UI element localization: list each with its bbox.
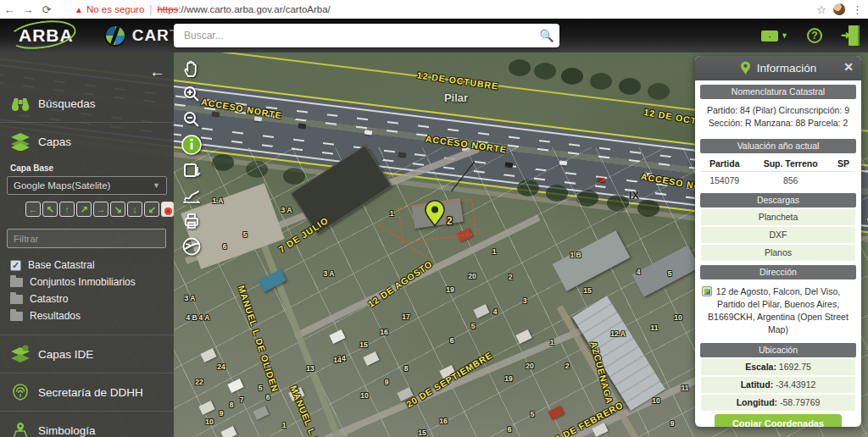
parcel-label: 1 xyxy=(390,209,394,218)
checkbox-checked-icon[interactable]: ✓ xyxy=(10,260,21,271)
security-warning-text[interactable]: No es seguro xyxy=(86,4,144,14)
basemap-dropdown[interactable]: Google Maps(Satelite) ▼ xyxy=(7,176,167,195)
address-bar-url[interactable]: ://www.carto.arba.gov.ar/cartoArba/ xyxy=(178,4,330,14)
nomenclatura-line2: Sección: R Manzana: 88 Parcela: 2 xyxy=(702,117,854,130)
layer-conjuntos-inmobiliarios[interactable]: Conjuntos Inmobiliarios xyxy=(0,274,174,290)
pan-down-button[interactable]: ↓ xyxy=(127,202,142,217)
map-toolbar xyxy=(180,58,205,257)
pan-up-right-button[interactable]: ↗ xyxy=(76,202,92,217)
location-pin-icon[interactable] xyxy=(424,200,446,227)
pan-up-button[interactable]: ↑ xyxy=(59,202,75,217)
pan-left-button[interactable]: ← xyxy=(25,202,41,217)
search-bar: 🔍 xyxy=(174,24,559,47)
measure-tool[interactable] xyxy=(180,185,203,207)
help-button[interactable]: ? xyxy=(807,28,822,43)
valuacion-table: Partida Sup. Terreno SP 154079 856 xyxy=(700,155,854,189)
browser-reload-button[interactable]: ⟳ xyxy=(37,3,56,16)
parcel-label: 3 A xyxy=(281,206,292,214)
sidebar-item-busquedas[interactable]: Búsquedas xyxy=(0,85,174,122)
download-dxf[interactable]: DXF xyxy=(701,227,855,243)
logout-button[interactable]: ➜ xyxy=(841,25,860,46)
sidebar-item-simbologia[interactable]: Simbología xyxy=(0,411,174,437)
layer-resultados[interactable]: Resultados xyxy=(0,307,174,324)
binoculars-icon xyxy=(10,94,31,113)
browser-back-button[interactable]: ← xyxy=(0,3,19,16)
google-earth-tool[interactable] xyxy=(180,235,203,257)
parcel-label: 1 xyxy=(550,338,554,346)
parcel-label: 8 xyxy=(404,364,409,373)
ubicacion-latitud: Latitud: -34.43912 xyxy=(701,377,855,393)
location-pin-icon xyxy=(740,61,751,75)
search-icon[interactable]: 🔍 xyxy=(534,29,559,42)
parcel-label: 5 xyxy=(243,230,248,239)
ubicacion-escala: Escala: 1692.75 xyxy=(701,359,855,375)
browser-menu-icon[interactable]: ⋮ xyxy=(852,3,863,16)
pan-right-button[interactable]: → xyxy=(93,202,108,217)
bookmark-star-icon[interactable]: ☆ xyxy=(816,3,826,16)
parcel-label: 8 xyxy=(230,401,234,409)
browser-bar: ← → ⟳ ▲ No es seguro | https ://www.cart… xyxy=(0,0,868,19)
app-header: ARBA CARTO 🔍 ▼ ? ➜ xyxy=(0,19,868,53)
browser-profile-avatar[interactable] xyxy=(833,3,845,15)
parcel-label: 4 xyxy=(637,268,641,276)
parcel-label: 22 xyxy=(195,378,203,386)
zoom-in-tool[interactable] xyxy=(180,83,203,105)
zoom-out-tool[interactable] xyxy=(180,108,203,130)
parcel-label: 24 xyxy=(217,362,225,371)
sidebar-item-capas[interactable]: Capas xyxy=(0,122,174,160)
extent-select-tool[interactable] xyxy=(180,159,203,181)
parcel-label: 9 xyxy=(670,419,675,428)
download-plancheta[interactable]: Plancheta xyxy=(701,209,855,225)
pan-down-right-button[interactable]: ↘ xyxy=(110,202,125,217)
sidebar-item-secretaria-ddhh[interactable]: Secretaría de DDHH xyxy=(0,373,174,411)
sidebar-item-capas-ide[interactable]: Capas IDE xyxy=(0,335,174,373)
print-tool[interactable] xyxy=(180,210,203,232)
parcel-label: 5 xyxy=(259,384,263,392)
parcel-label: 20 xyxy=(468,272,476,280)
valuacion-sp-value xyxy=(832,172,854,190)
pan-reset-button[interactable] xyxy=(161,202,174,217)
sidebar: ← Búsquedas Capas Capa Base Google Maps(… xyxy=(0,53,174,437)
search-input[interactable] xyxy=(174,30,534,41)
layers-icon xyxy=(10,132,31,151)
section-header-descargas: Descargas xyxy=(700,193,856,207)
info-tool[interactable] xyxy=(180,134,203,156)
folder-icon xyxy=(10,295,23,304)
parcel-label: 14 xyxy=(333,356,341,364)
layers-ide-icon xyxy=(10,345,31,363)
valuacion-row[interactable]: 154079 856 xyxy=(700,172,854,190)
parcel-label: 2 xyxy=(509,273,513,281)
parcel-label: 20 xyxy=(526,362,533,370)
url-scheme: https xyxy=(157,4,178,14)
download-planos[interactable]: Planos xyxy=(701,245,855,261)
parcel-label: 3 A xyxy=(324,269,335,278)
parcel-label: 3 A xyxy=(185,294,196,302)
nomenclatura-body: Partido: 84 (Pilar) Circunscripción: 9 S… xyxy=(700,99,856,135)
layer-catastro[interactable]: Catastro xyxy=(0,290,174,307)
copy-coordinates-button[interactable]: Copiar Coordenadas xyxy=(715,414,842,427)
security-warning-icon[interactable]: ▲ xyxy=(75,5,83,14)
parcel-label: 6 xyxy=(508,425,512,434)
arba-carto-app: ← → ⟳ ▲ No es seguro | https ://www.cart… xyxy=(0,0,868,437)
parcel-label: 7 xyxy=(240,396,244,404)
pan-hand-tool[interactable] xyxy=(180,58,203,80)
pan-down-left-button[interactable]: ↙ xyxy=(144,202,159,217)
messages-button[interactable]: ▼ xyxy=(761,30,788,41)
section-label: IX xyxy=(629,189,639,202)
parcel-label: 10 xyxy=(674,313,682,322)
parcel-label: 4 B xyxy=(186,313,197,322)
parcel-label: 15 xyxy=(359,340,367,349)
info-panel: Información ✕ Nomenclatura Catastral Par… xyxy=(695,56,861,427)
layer-base-catastral[interactable]: ✓ Base Catastral xyxy=(0,257,174,274)
browser-forward-button[interactable]: → xyxy=(19,3,37,16)
pan-up-left-button[interactable]: ↖ xyxy=(42,202,58,217)
layer-filter-input[interactable] xyxy=(7,229,166,248)
parcel-label: 10 xyxy=(205,418,213,426)
close-icon[interactable]: ✕ xyxy=(843,60,854,74)
escala-value: 1692.75 xyxy=(779,362,811,372)
parcel-label: 11 xyxy=(651,324,659,332)
layer-label: Resultados xyxy=(30,310,81,322)
arba-logo[interactable]: ARBA xyxy=(12,24,81,47)
parcel-label: 5 xyxy=(471,322,476,330)
sidebar-collapse-button[interactable]: ← xyxy=(149,63,165,81)
